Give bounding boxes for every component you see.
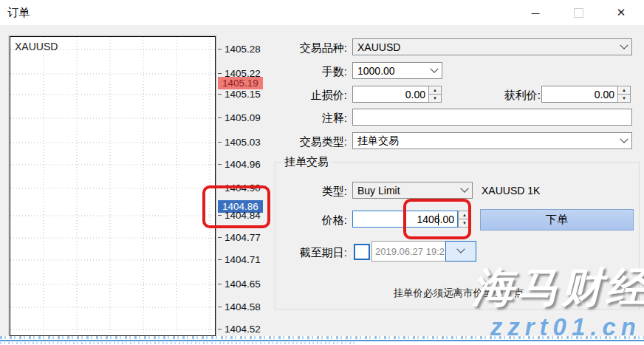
takeprofit-value[interactable]: 0.00: [541, 86, 617, 103]
price-tick-label: 1404.90: [218, 182, 263, 194]
takeprofit-down-button[interactable]: ▼: [617, 95, 631, 103]
order-type-field-label: 类型:: [279, 185, 347, 199]
watermark-text: 海马财经: [473, 260, 644, 316]
chevron-down-icon: [620, 41, 628, 49]
minimize-icon: ─: [532, 7, 540, 19]
price-up-button[interactable]: ▲: [458, 211, 471, 219]
price-tick-label: 1404.96: [218, 158, 263, 171]
pending-order-group-label: 挂单交易: [281, 155, 332, 169]
tick-chart-svg: [10, 37, 215, 335]
symbol-select[interactable]: XAUUSD: [352, 38, 632, 55]
trade-type-select[interactable]: 挂单交易: [352, 132, 632, 149]
stoploss-field-label: 止损价:: [279, 89, 347, 103]
price-down-button[interactable]: ▼: [458, 219, 471, 228]
place-order-button[interactable]: 下单: [480, 209, 634, 230]
tick-chart-frame: XAUUSD: [10, 36, 216, 336]
expiry-date-value[interactable]: 2019.06.27 19:2: [371, 241, 445, 262]
text-cursor: [438, 214, 439, 225]
trade-type-select-value: 挂单交易: [357, 134, 399, 148]
price-tick-label: 1405.09: [218, 112, 263, 124]
symbol-field-label: 交易品种:: [279, 41, 347, 55]
price-tick-label: 1404.52: [218, 323, 263, 335]
price-tick-label: 1404.77: [218, 231, 263, 244]
expiry-widget: 2019.06.27 19:2: [352, 241, 476, 262]
chevron-down-icon: [620, 134, 628, 143]
comment-input[interactable]: [352, 109, 632, 126]
comment-field-label: 注释:: [279, 112, 347, 126]
price-input-value: 1406.00: [417, 214, 454, 225]
expiry-checkbox[interactable]: [354, 244, 370, 260]
minimize-button[interactable]: ─: [518, 1, 552, 24]
volume-combo[interactable]: 1000.00: [352, 62, 442, 79]
titlebar: 订单 ─ ✕: [0, 0, 644, 25]
chevron-down-icon: [460, 184, 468, 192]
contract-size-text: XAUUSD 1K: [482, 185, 540, 197]
watermark-url: zzrt01.cn: [490, 313, 641, 341]
volume-field-label: 手数:: [279, 65, 347, 79]
price-tick-label: 1405.15: [218, 88, 263, 100]
stoploss-up-button[interactable]: ▲: [428, 86, 442, 95]
volume-combo-value: 1000.00: [357, 65, 395, 77]
price-tick-label: 1404.58: [218, 301, 263, 313]
tick-chart-panel: XAUUSD 1405.281405.221405.191405.151405.…: [9, 34, 263, 340]
price-input[interactable]: 1406.00: [352, 211, 458, 228]
stoploss-value[interactable]: 0.00: [352, 86, 428, 103]
chevron-down-icon: [456, 245, 465, 253]
chart-symbol-label: XAUUSD: [15, 41, 58, 52]
place-order-button-label: 下单: [546, 213, 568, 227]
chevron-down-icon: [430, 64, 438, 72]
trade-type-field-label: 交易类型:: [279, 135, 347, 149]
takeprofit-up-button[interactable]: ▲: [617, 86, 631, 95]
price-tick-label: 1404.84: [218, 209, 263, 222]
order-type-select[interactable]: Buy Limit: [352, 182, 473, 199]
order-type-select-value: Buy Limit: [357, 185, 400, 197]
bottom-dashes-2: [0, 342, 354, 344]
price-tick-label: 1405.03: [218, 136, 263, 148]
close-button[interactable]: ✕: [604, 1, 638, 24]
order-dialog: 订单 ─ ✕ XAUUSD 1405.281405.221405.191405.…: [0, 0, 644, 345]
price-spinner[interactable]: ▲ ▼: [458, 211, 471, 228]
symbol-select-value: XAUUSD: [357, 41, 400, 53]
maximize-icon: [574, 8, 583, 18]
price-tick-label: 1404.65: [218, 278, 263, 290]
close-icon: ✕: [617, 6, 626, 19]
price-tick-label: 1404.71: [218, 253, 263, 266]
takeprofit-field-label: 获利价:: [473, 89, 541, 103]
stoploss-down-button[interactable]: ▼: [428, 95, 442, 103]
maximize-button: [561, 1, 595, 24]
expiry-field-label: 截至期日:: [279, 246, 347, 260]
dialog-title: 订单: [7, 6, 30, 20]
stoploss-spinner[interactable]: 0.00 ▲ ▼: [352, 86, 442, 103]
price-field-label: 价格:: [279, 214, 347, 228]
price-scale: 1405.281405.221405.191405.151405.091405.…: [218, 36, 263, 336]
expiry-dropdown-button[interactable]: [445, 241, 476, 262]
takeprofit-spinner[interactable]: 0.00 ▲ ▼: [541, 86, 631, 103]
price-tick-label: 1405.28: [218, 43, 263, 55]
